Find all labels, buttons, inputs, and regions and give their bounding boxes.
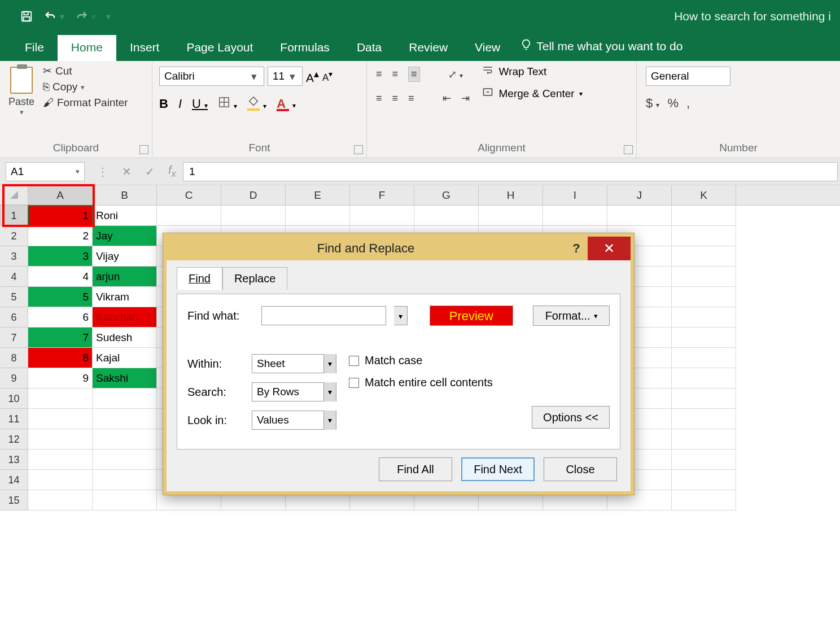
cell[interactable]: 3 <box>28 246 93 267</box>
col-header-H[interactable]: H <box>479 185 543 205</box>
increase-indent-icon[interactable]: ⇥ <box>461 92 470 104</box>
tab-home[interactable]: Home <box>58 35 116 61</box>
align-left-icon[interactable]: ≡ <box>376 93 382 104</box>
font-color-button[interactable]: A ▾ <box>277 97 296 111</box>
fx-icon[interactable]: fx <box>168 164 176 180</box>
cell[interactable] <box>607 206 672 226</box>
paste-button[interactable]: Paste ▾ <box>5 64 38 139</box>
row-header[interactable]: 11 <box>0 409 28 429</box>
find-all-button[interactable]: Find All <box>379 457 452 481</box>
row-header[interactable]: 7 <box>0 328 28 348</box>
qat-customize-icon[interactable]: ▾ <box>106 11 111 22</box>
cell[interactable]: 7 <box>28 328 93 348</box>
cell[interactable] <box>672 246 736 267</box>
cell[interactable] <box>672 389 736 409</box>
align-bottom-icon[interactable]: ≡ <box>408 67 420 82</box>
format-painter-button[interactable]: 🖌 Format Painter <box>43 97 128 109</box>
tab-find[interactable]: Find <box>177 267 222 290</box>
italic-button[interactable]: I <box>178 97 182 111</box>
cell[interactable] <box>221 206 286 226</box>
cell[interactable]: Vijay <box>93 246 157 267</box>
cell[interactable] <box>93 429 157 450</box>
cell[interactable]: Sudesh <box>93 328 157 348</box>
font-name-select[interactable]: Calibri▾ <box>159 67 264 86</box>
search-select[interactable]: By Rows▾ <box>252 382 336 402</box>
cell[interactable] <box>672 226 736 246</box>
bold-button[interactable]: B <box>159 97 168 111</box>
tab-data[interactable]: Data <box>343 35 395 61</box>
comma-button[interactable]: , <box>686 96 690 111</box>
cell[interactable] <box>672 287 736 307</box>
cell[interactable] <box>28 450 93 470</box>
formula-input[interactable]: 1 <box>183 162 838 181</box>
within-select[interactable]: Sheet▾ <box>252 354 336 373</box>
find-what-dropdown[interactable]: ▾ <box>394 306 408 325</box>
cell[interactable]: Kajal <box>93 348 157 368</box>
lookin-select[interactable]: Values▾ <box>252 411 336 430</box>
align-middle-icon[interactable]: ≡ <box>392 68 399 80</box>
cell[interactable] <box>672 328 736 348</box>
help-button[interactable]: ? <box>565 241 588 256</box>
cell[interactable] <box>672 348 736 368</box>
cell[interactable] <box>350 206 414 226</box>
col-header-B[interactable]: B <box>93 185 157 205</box>
cell[interactable] <box>672 429 736 450</box>
row-header[interactable]: 14 <box>0 470 28 490</box>
row-header[interactable]: 15 <box>0 490 28 510</box>
cell[interactable] <box>93 450 157 470</box>
number-format-select[interactable]: General <box>646 67 730 86</box>
cell[interactable] <box>672 267 736 287</box>
cell[interactable] <box>28 429 93 450</box>
cell[interactable] <box>543 206 607 226</box>
col-header-F[interactable]: F <box>350 185 414 205</box>
currency-button[interactable]: $ ▾ <box>646 96 659 111</box>
cancel-formula-icon[interactable]: ✕ <box>122 165 132 178</box>
tell-me[interactable]: Tell me what you want to do <box>514 32 689 61</box>
cell[interactable] <box>414 206 479 226</box>
col-header-A[interactable]: A <box>28 185 93 205</box>
font-dialog-launcher[interactable] <box>354 145 363 154</box>
tab-formulas[interactable]: Formulas <box>266 35 343 61</box>
copy-button[interactable]: ⎘ Copy ▾ <box>43 81 128 93</box>
cell[interactable] <box>286 206 350 226</box>
cut-button[interactable]: ✂ Cut <box>43 64 128 77</box>
orientation-icon[interactable]: ⤢ ▾ <box>448 68 463 81</box>
find-next-button[interactable]: Find Next <box>461 457 535 481</box>
col-header-C[interactable]: C <box>157 185 221 205</box>
tab-file[interactable]: File <box>11 35 58 61</box>
cell[interactable]: 6 <box>28 307 93 328</box>
tab-page-layout[interactable]: Page Layout <box>173 35 266 61</box>
decrease-font-icon[interactable]: A▾ <box>322 69 333 84</box>
fill-color-button[interactable]: ▾ <box>247 96 266 112</box>
cell[interactable]: 9 <box>28 368 93 389</box>
alignment-dialog-launcher[interactable] <box>624 145 633 154</box>
cell[interactable] <box>28 470 93 490</box>
close-button[interactable]: Close <box>544 457 617 481</box>
cell[interactable] <box>93 470 157 490</box>
row-header[interactable]: 10 <box>0 389 28 409</box>
tab-review[interactable]: Review <box>395 35 461 61</box>
col-header-K[interactable]: K <box>672 185 736 205</box>
cell[interactable]: 5 <box>28 287 93 307</box>
col-header-J[interactable]: J <box>607 185 672 205</box>
cell[interactable] <box>28 409 93 429</box>
row-header[interactable]: 9 <box>0 368 28 389</box>
match-entire-checkbox[interactable] <box>349 378 359 388</box>
redo-icon[interactable]: ▾ <box>75 10 96 23</box>
undo-icon[interactable]: ▾ <box>43 10 64 23</box>
cell[interactable] <box>479 206 543 226</box>
tab-replace[interactable]: Replace <box>222 267 287 290</box>
find-what-input[interactable] <box>261 306 386 325</box>
close-icon[interactable]: ✕ <box>588 237 631 260</box>
cell[interactable]: 4 <box>28 267 93 287</box>
cell[interactable]: Sakshi <box>93 368 157 389</box>
cell[interactable] <box>28 389 93 409</box>
row-header[interactable]: 12 <box>0 429 28 450</box>
tab-view[interactable]: View <box>461 35 514 61</box>
cell[interactable]: 1 <box>28 206 93 226</box>
row-header[interactable]: 8 <box>0 348 28 368</box>
save-icon[interactable] <box>20 10 33 23</box>
cell[interactable] <box>672 409 736 429</box>
cell[interactable] <box>672 490 736 510</box>
format-button[interactable]: Format...▾ <box>533 306 610 326</box>
